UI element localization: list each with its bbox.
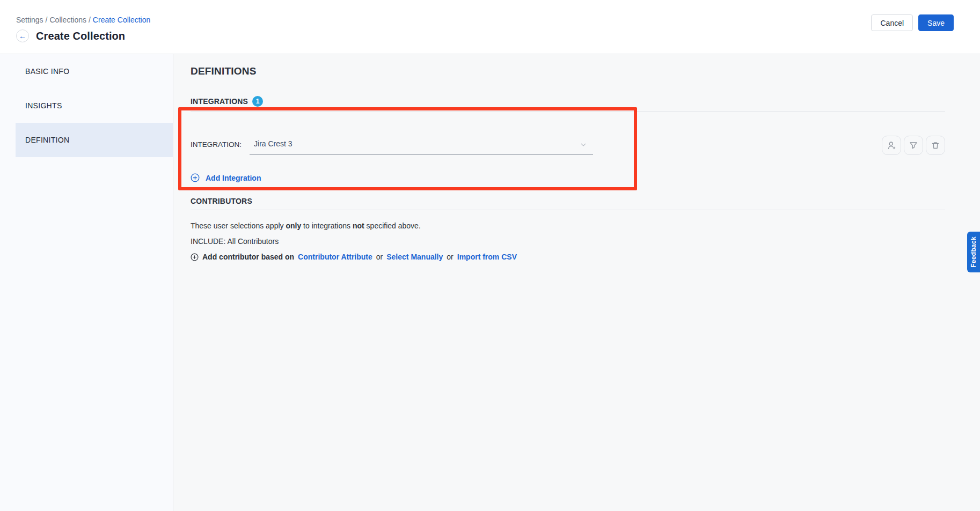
note-bold-not: not	[353, 221, 364, 230]
add-integration-label: Add Integration	[206, 174, 261, 182]
sidebar-item-insights[interactable]: INSIGHTS	[16, 88, 173, 123]
plus-circle-icon	[191, 173, 200, 182]
back-button[interactable]: ←	[16, 29, 29, 42]
contributors-section-header: CONTRIBUTORS	[191, 197, 945, 205]
page-header: Settings/Collections/Create Collection ←…	[0, 0, 980, 54]
title-row: ← Create Collection	[16, 29, 980, 42]
sidebar-item-label: INSIGHTS	[25, 101, 62, 110]
sidebar-item-label: DEFINITION	[25, 136, 69, 144]
add-contributor-row: Add contributor based on Contributor Att…	[191, 253, 945, 261]
integrations-section-label: INTEGRATIONS	[191, 97, 248, 106]
save-button[interactable]: Save	[918, 14, 954, 31]
body-row: BASIC INFO INSIGHTS DEFINITION DEFINITIO…	[0, 54, 980, 511]
cancel-button[interactable]: Cancel	[871, 14, 913, 31]
breadcrumb-settings[interactable]: Settings	[16, 16, 43, 24]
note-text: specified above.	[364, 221, 421, 230]
feedback-tab[interactable]: Feedback	[967, 232, 980, 272]
note-text: to integrations	[301, 221, 353, 230]
page-title: Create Collection	[36, 30, 125, 42]
include-line: INCLUDE: All Contributors	[191, 237, 945, 246]
main-content: DEFINITIONS INTEGRATIONS 1 INTEGRATION: …	[173, 54, 980, 511]
integration-field-label: INTEGRATION:	[191, 136, 242, 155]
contributor-attribute-link[interactable]: Contributor Attribute	[298, 253, 372, 261]
breadcrumb-separator: /	[43, 16, 50, 24]
breadcrumb-create-collection[interactable]: Create Collection	[93, 16, 150, 24]
add-user-icon	[886, 140, 897, 151]
note-bold-only: only	[286, 221, 301, 230]
import-from-csv-link[interactable]: Import from CSV	[457, 253, 517, 261]
breadcrumb: Settings/Collections/Create Collection	[16, 16, 980, 24]
or-text: or	[376, 253, 383, 261]
definitions-heading: DEFINITIONS	[191, 65, 945, 77]
select-manually-link[interactable]: Select Manually	[386, 253, 443, 261]
integration-row: INTEGRATION: Jira Crest 3	[191, 136, 945, 155]
feedback-tab-label: Feedback	[970, 236, 977, 268]
integration-row-actions	[882, 136, 945, 155]
sidebar-item-label: BASIC INFO	[25, 67, 69, 76]
sidebar-item-basic-info[interactable]: BASIC INFO	[16, 54, 173, 88]
integration-select-value: Jira Crest 3	[254, 139, 292, 148]
add-user-button[interactable]	[882, 136, 901, 155]
integrations-divider	[191, 111, 945, 112]
sidebar: BASIC INFO INSIGHTS DEFINITION	[0, 54, 173, 511]
breadcrumb-separator: /	[86, 16, 93, 24]
integration-select[interactable]: Jira Crest 3	[250, 136, 593, 155]
or-text: or	[447, 253, 453, 261]
create-collection-page: Settings/Collections/Create Collection ←…	[0, 0, 980, 511]
sidebar-nav: BASIC INFO INSIGHTS DEFINITION	[16, 54, 173, 157]
contributors-divider	[191, 210, 945, 210]
delete-button[interactable]	[926, 136, 945, 155]
breadcrumb-collections[interactable]: Collections	[49, 16, 86, 24]
row-spacer	[593, 136, 882, 155]
filter-icon	[908, 140, 919, 151]
filter-button[interactable]	[904, 136, 923, 155]
contributors-section-label: CONTRIBUTORS	[191, 197, 252, 205]
sidebar-item-definition[interactable]: DEFINITION	[16, 123, 173, 157]
integrations-count-badge: 1	[252, 96, 263, 107]
trash-icon	[930, 140, 941, 151]
arrow-left-icon: ←	[19, 30, 26, 42]
integrations-section-header: INTEGRATIONS 1	[191, 96, 945, 107]
plus-circle-icon	[191, 253, 199, 261]
note-text: These user selections apply	[191, 221, 286, 230]
chevron-down-icon	[579, 140, 588, 149]
add-contributor-label: Add contributor based on	[202, 253, 294, 261]
add-integration-link[interactable]: Add Integration	[191, 173, 945, 182]
contributors-note: These user selections apply only to inte…	[191, 221, 945, 230]
header-actions: Cancel Save	[871, 14, 954, 31]
